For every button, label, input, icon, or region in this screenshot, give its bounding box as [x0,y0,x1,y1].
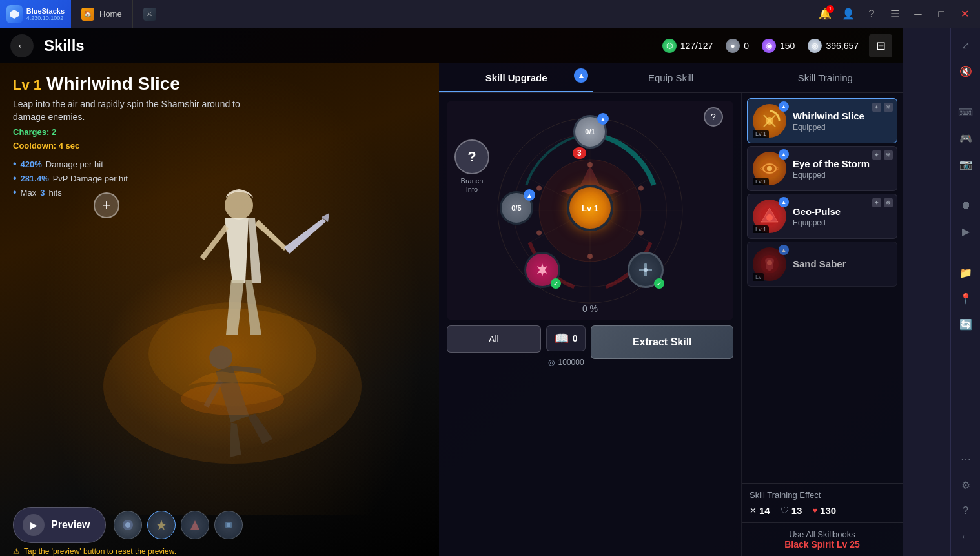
skills-list-panel: Lv 1 ▲ Whirlwind Slice Equipped ✦ ❋ [741,93,903,556]
sys-btn-expand[interactable]: ⤢ [954,34,977,57]
skill-up-sand: ▲ [779,245,789,255]
add-button[interactable]: + [94,192,119,218]
svg-point-20 [587,254,593,259]
skill-charges: Charges: 2 [13,127,258,137]
settings-button[interactable]: ⊟ [869,34,892,57]
silver-cost-icon: ◎ [548,358,555,367]
corner-icon-2: ❋ [884,103,893,112]
x-icon: ✕ [750,506,757,515]
taskbar-actions: 🔔 1 👤 ? ☰ ─ □ ✕ [815,4,980,25]
skill-up-eye: ▲ [779,149,789,160]
preview-play-icon: ▶ [23,514,45,536]
energy-icon: ⬡ [662,39,677,53]
heart-value: 130 [820,505,836,516]
node-left[interactable]: 0/5 ▲ [500,191,533,225]
skill-name-eye: Eye of the Storm [793,158,892,169]
branch-info-button[interactable]: ? BranchInfo [454,139,489,194]
skill-item-eye[interactable]: Lv 1 ▲ Eye of the Storm Equipped ✦ ❋ [747,146,897,191]
svg-point-33 [767,260,772,265]
svg-point-5 [181,383,284,415]
sys-btn-volume[interactable]: 🔇 [954,59,977,83]
node-center[interactable]: Lv 1 [567,185,613,231]
silver-icon: ◎ [808,39,822,53]
tab-bar: Skill Upgrade ▲ Equip Skill Skill Traini… [439,63,903,93]
node-left-badge: ▲ [524,189,535,201]
tab-skill-upgrade[interactable]: Skill Upgrade ▲ [439,63,593,92]
stat-heart: ♥ 130 [812,505,836,516]
tab-equip-skill[interactable]: Equip Skill [593,63,748,92]
skill-stats-list: 420% Damage per hit 281.4% PvP Damage pe… [13,157,258,200]
skill-lv-geo: Lv 1 [753,225,769,233]
skill-status-geo: Equipped [793,218,892,227]
right-panel: Skill Upgrade ▲ Equip Skill Skill Traini… [439,63,903,556]
svg-point-21 [536,231,542,236]
sys-btn-question[interactable]: ? [954,499,977,522]
svg-marker-8 [190,520,199,530]
branch-info-icon: ? [454,139,489,174]
book-section: 📖 0 ◎ 100000 [546,325,586,367]
sys-btn-more[interactable]: ⋯ [954,448,977,471]
sys-btn-settings[interactable]: ⚙ [954,473,977,497]
sys-btn-back-arrow[interactable]: ← [954,525,977,548]
svg-point-7 [125,522,130,528]
black-spirit-level[interactable]: Black Spirit Lv 25 [748,539,896,550]
sys-btn-folder[interactable]: 📁 [954,261,977,284]
charges-label-value: Charges: 2 [13,127,56,137]
skill-icon-geo-wrap: Lv 1 ▲ [753,200,786,233]
extract-skill-button[interactable]: Extract Skill [591,325,733,359]
preview-icon-3[interactable] [181,511,209,539]
notification-button[interactable]: 🔔 1 [815,4,835,25]
close-button[interactable]: ✕ [954,4,975,25]
sys-btn-rotate[interactable]: 🔄 [954,313,977,336]
menu-button[interactable]: ☰ [884,4,905,25]
node-top[interactable]: 0/1 ▲ [573,115,607,149]
preview-button[interactable]: ▶ Preview [13,507,106,543]
preview-skill-icons [114,511,243,539]
whirlwind-corner-icons: ✦ ❋ [872,103,893,112]
pearl-value: 0 [744,41,749,51]
black-pearl-icon: ◉ [762,39,776,53]
sys-btn-record[interactable]: ⏺ [954,194,977,217]
cooldown-label-value: Cooldown: 4 sec [13,141,79,150]
skill-description: Leap into the air and rapidly spin the S… [13,98,258,123]
back-button[interactable]: ← [10,34,34,57]
preview-icon-1[interactable] [114,511,142,539]
svg-point-18 [638,186,644,191]
node-bottom-right[interactable]: ✓ [628,252,664,288]
bottom-left-icon [533,261,551,279]
game-tab-icon: ⚔ [143,8,156,21]
system-sidebar: ⤢ 🔇 ⌨ 🎮 📷 ⏺ ▶ 📁 📍 🔄 ⋯ ⚙ ? ← [950,28,980,556]
left-panel: Lv 1 Whirlwind Slice Leap into the air a… [0,63,439,556]
game-tab[interactable]: ⚔ [133,0,172,28]
skill-level: Lv 1 [13,77,41,94]
filter-button[interactable]: All [447,325,541,353]
settings-icon: ⊟ [876,39,886,53]
bs-name: BlueStacks [26,7,65,15]
preview-icon-2[interactable] [147,511,176,539]
home-tab[interactable]: 🏠 Home [71,0,133,28]
skill-item-sand[interactable]: Lv ▲ Sand Saber [747,242,897,287]
help-button[interactable]: ? [861,4,882,25]
sys-btn-keyboard[interactable]: ⌨ [954,101,977,124]
svg-rect-10 [227,523,230,527]
geo-corner-icon-2: ❋ [884,198,893,207]
preview-label: Preview [51,519,90,531]
stat-pvp: 281.4% PvP Damage per hit [13,171,258,185]
maximize-button[interactable]: □ [931,4,952,25]
sys-btn-location[interactable]: 📍 [954,287,977,310]
sys-btn-gamepad[interactable]: 🎮 [954,127,977,150]
node-bottom-left[interactable]: ✓ [524,252,560,288]
sys-btn-macro[interactable]: ▶ [954,220,977,243]
profile-button[interactable]: 👤 [838,4,859,25]
sys-btn-camera[interactable]: 📷 [954,152,977,176]
bottom-right-check: ✓ [654,278,664,289]
minimize-button[interactable]: ─ [908,4,928,25]
preview-bar: ▶ Preview [13,507,243,543]
preview-icon-4[interactable] [214,511,243,539]
book-icon: 📖 [555,331,569,345]
stat-hits: Max 3 hits [13,185,258,200]
help-button[interactable]: ? [704,107,723,127]
tab-skill-training[interactable]: Skill Training [748,63,903,92]
skill-item-geo[interactable]: Lv 1 ▲ Geo-Pulse Equipped ✦ ❋ [747,194,897,239]
skill-item-whirlwind[interactable]: Lv 1 ▲ Whirlwind Slice Equipped ✦ ❋ [747,98,897,143]
